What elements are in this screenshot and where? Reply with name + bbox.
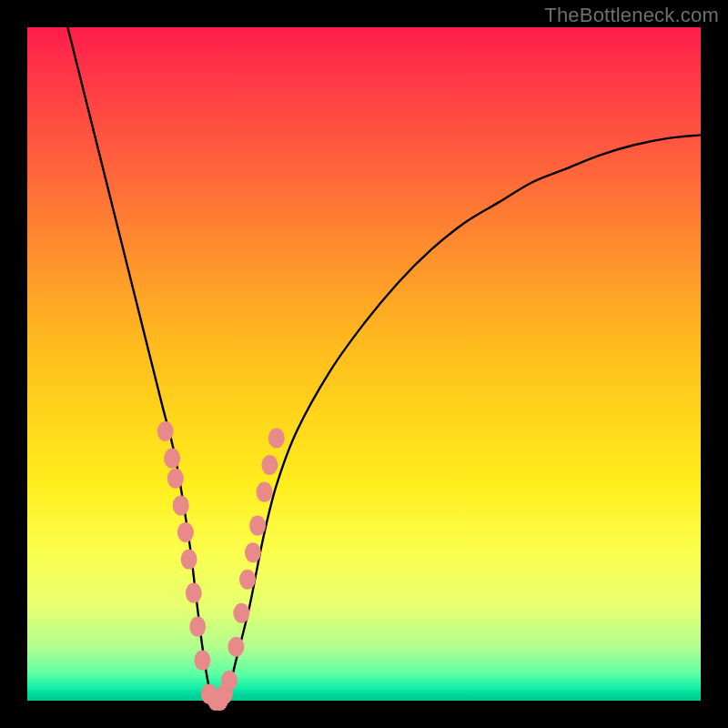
data-marker: [221, 671, 238, 691]
chart-stage: TheBottleneck.com: [0, 0, 728, 728]
watermark-text: TheBottleneck.com: [544, 4, 719, 27]
data-marker: [256, 482, 272, 502]
data-marker: [177, 522, 194, 542]
data-marker: [261, 455, 278, 475]
data-marker: [181, 550, 197, 570]
data-marker: [167, 469, 184, 489]
data-marker: [189, 617, 206, 637]
data-marker: [228, 637, 244, 657]
data-marker: [245, 542, 261, 562]
data-marker: [239, 570, 256, 590]
data-marker: [164, 449, 180, 469]
data-marker: [194, 651, 210, 671]
data-marker: [157, 421, 174, 441]
chart-svg: [27, 27, 701, 701]
plot-area: [27, 27, 701, 701]
data-marker: [186, 583, 202, 603]
data-marker: [233, 603, 249, 623]
data-marker: [268, 428, 285, 448]
data-marker: [249, 516, 266, 536]
data-marker: [173, 495, 189, 515]
bottleneck-curve: [67, 27, 701, 703]
marker-group: [157, 421, 285, 711]
